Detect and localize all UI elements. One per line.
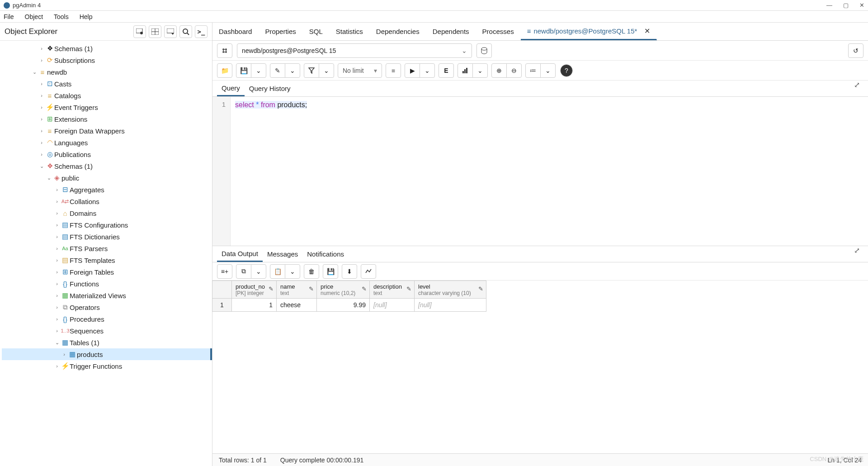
tree-schemas2[interactable]: ⌄❖Schemas (1) bbox=[2, 160, 212, 172]
save-data-button[interactable]: 💾 bbox=[323, 264, 338, 279]
tree-fts-dict[interactable]: ›▤FTS Dictionaries bbox=[2, 231, 212, 243]
tree-operators[interactable]: ›⧉Operators bbox=[2, 301, 212, 313]
connection-status-icon[interactable] bbox=[217, 43, 232, 58]
stop-button[interactable]: ■ bbox=[386, 63, 401, 78]
rollback-button[interactable]: ⊖ bbox=[506, 63, 522, 78]
expand-output-icon[interactable]: ⤢ bbox=[850, 246, 863, 262]
tree-event-triggers[interactable]: ›⚡Event Triggers bbox=[2, 101, 212, 113]
tree-fts-parsers[interactable]: ›AaFTS Parsers bbox=[2, 243, 212, 254]
tree-languages[interactable]: ›◠Languages bbox=[2, 137, 212, 148]
edit-column-icon[interactable]: ✎ bbox=[478, 285, 483, 292]
filter-button[interactable] bbox=[304, 63, 319, 78]
edit-column-icon[interactable]: ✎ bbox=[406, 285, 411, 292]
help-button[interactable]: ? bbox=[560, 64, 573, 77]
tree-subscriptions[interactable]: ›⟳Subscriptions bbox=[2, 54, 212, 66]
connection-selector[interactable]: newdb/postgres@PostgreSQL 15 ⌄ bbox=[237, 43, 472, 58]
save-menu-button[interactable]: ⌄ bbox=[251, 63, 266, 78]
edit-column-icon[interactable]: ✎ bbox=[309, 285, 314, 292]
tab-dashboard[interactable]: Dashboard bbox=[212, 23, 259, 40]
tab-query-editor[interactable]: ≡newdb/postgres@PostgreSQL 15*✕ bbox=[521, 23, 657, 40]
tree-catalogs[interactable]: ›≡Catalogs bbox=[2, 90, 212, 101]
view-data-icon[interactable] bbox=[149, 25, 161, 38]
open-file-button[interactable]: 📁 bbox=[217, 63, 232, 78]
edit-button[interactable]: ✎ bbox=[270, 63, 285, 78]
tree-casts[interactable]: ›⊡Casts bbox=[2, 78, 212, 90]
tree-products[interactable]: ›▦products bbox=[2, 348, 212, 360]
tree-public[interactable]: ⌄◈public bbox=[2, 172, 212, 184]
copy-button[interactable]: ⧉ bbox=[236, 264, 251, 279]
tree-collations[interactable]: ›A⇄Collations bbox=[2, 195, 212, 207]
tree-fts-conf[interactable]: ›▤FTS Configurations bbox=[2, 219, 212, 231]
maximize-button[interactable]: ▢ bbox=[843, 2, 849, 9]
delete-row-button[interactable]: 🗑 bbox=[304, 264, 319, 279]
table-row[interactable]: 1 1 cheese 9.99 [null] [null] bbox=[212, 299, 868, 312]
edit-column-icon[interactable]: ✎ bbox=[269, 285, 274, 292]
menu-tools[interactable]: Tools bbox=[54, 13, 69, 20]
tab-sql[interactable]: SQL bbox=[303, 23, 330, 40]
save-button[interactable]: 💾 bbox=[236, 63, 251, 78]
tab-properties[interactable]: Properties bbox=[259, 23, 302, 40]
macros-menu-button[interactable]: ⌄ bbox=[540, 63, 556, 78]
tab-messages[interactable]: Messages bbox=[263, 246, 302, 262]
expand-editor-icon[interactable]: ⤢ bbox=[850, 81, 863, 96]
tree-newdb[interactable]: ⌄≡newdb bbox=[2, 66, 212, 78]
tree-tables[interactable]: ⌄▦Tables (1) bbox=[2, 337, 212, 348]
tree-trigger-functions[interactable]: ›⚡Trigger Functions bbox=[2, 360, 212, 372]
edit-column-icon[interactable]: ✎ bbox=[362, 285, 367, 292]
tab-statistics[interactable]: Statistics bbox=[330, 23, 370, 40]
query-tool-icon[interactable] bbox=[133, 25, 146, 38]
paste-button[interactable]: 📋 bbox=[270, 264, 285, 279]
tab-notifications[interactable]: Notifications bbox=[302, 246, 349, 262]
reset-layout-button[interactable]: ↺ bbox=[848, 43, 863, 58]
tree-aggregates[interactable]: ›⊟Aggregates bbox=[2, 184, 212, 195]
status-message: Query complete 00:00:00.191 bbox=[280, 456, 363, 464]
result-grid[interactable]: product_no[PK] integer✎ nametext✎ pricen… bbox=[212, 281, 868, 312]
tree-extensions[interactable]: ›⊞Extensions bbox=[2, 113, 212, 125]
explain-button[interactable]: E bbox=[439, 63, 454, 78]
edit-menu-button[interactable]: ⌄ bbox=[285, 63, 300, 78]
tab-data-output[interactable]: Data Output bbox=[217, 246, 263, 262]
filter-menu-button[interactable]: ⌄ bbox=[319, 63, 334, 78]
add-row-button[interactable]: ≡+ bbox=[217, 264, 232, 279]
psql-icon[interactable]: >_ bbox=[195, 25, 208, 38]
minimize-button[interactable]: — bbox=[826, 2, 832, 9]
tab-query[interactable]: Query bbox=[217, 81, 245, 96]
copy-menu-button[interactable]: ⌄ bbox=[251, 264, 266, 279]
tree-publications[interactable]: ›◎Publications bbox=[2, 148, 212, 160]
tree-functions[interactable]: ›{}Functions bbox=[2, 278, 212, 290]
tree-domains[interactable]: ›⌂Domains bbox=[2, 207, 212, 219]
tree-sequences[interactable]: ›1‥3Sequences bbox=[2, 325, 212, 337]
new-connection-button[interactable] bbox=[476, 43, 492, 58]
explain-analyze-button[interactable] bbox=[458, 63, 473, 78]
tree-fdw[interactable]: ›≡Foreign Data Wrappers bbox=[2, 125, 212, 137]
menu-object[interactable]: Object bbox=[25, 13, 43, 20]
explain-menu-button[interactable]: ⌄ bbox=[472, 63, 488, 78]
download-button[interactable]: ⬇ bbox=[342, 264, 357, 279]
close-tab-icon[interactable]: ✕ bbox=[644, 27, 650, 35]
tab-dependencies[interactable]: Dependencies bbox=[370, 23, 426, 40]
tree-foreign-tables[interactable]: ›⊞Foreign Tables bbox=[2, 266, 212, 278]
menu-help[interactable]: Help bbox=[80, 13, 93, 20]
tab-processes[interactable]: Processes bbox=[476, 23, 521, 40]
tree-mviews[interactable]: ›▦Materialized Views bbox=[2, 290, 212, 301]
status-rows: Total rows: 1 of 1 bbox=[219, 456, 267, 464]
close-window-button[interactable]: ✕ bbox=[859, 2, 864, 9]
tab-query-history[interactable]: Query History bbox=[245, 81, 295, 96]
macros-button[interactable]: ≔ bbox=[525, 63, 541, 78]
run-button[interactable]: ▶ bbox=[405, 63, 420, 78]
limit-selector[interactable]: No limit▾ bbox=[338, 63, 382, 78]
tree-fts-templates[interactable]: ›▤FTS Templates bbox=[2, 254, 212, 266]
tree-schemas[interactable]: ›❖Schemas (1) bbox=[2, 43, 212, 54]
graph-visualizer-button[interactable] bbox=[361, 264, 376, 279]
commit-button[interactable]: ⊕ bbox=[491, 63, 507, 78]
search-icon[interactable] bbox=[179, 25, 192, 38]
filter-rows-icon[interactable] bbox=[164, 25, 177, 38]
object-tree[interactable]: ›❖Schemas (1) ›⟳Subscriptions ⌄≡newdb ›⊡… bbox=[0, 41, 212, 466]
output-toolbar: ≡+ ⧉⌄ 📋⌄ 🗑 💾 ⬇ bbox=[212, 262, 868, 281]
menu-file[interactable]: File bbox=[4, 13, 14, 20]
tree-procedures[interactable]: ›{}Procedures bbox=[2, 313, 212, 325]
tab-dependents[interactable]: Dependents bbox=[426, 23, 476, 40]
paste-menu-button[interactable]: ⌄ bbox=[285, 264, 300, 279]
sql-editor[interactable]: 1 select * from products; bbox=[212, 97, 868, 246]
run-menu-button[interactable]: ⌄ bbox=[420, 63, 435, 78]
